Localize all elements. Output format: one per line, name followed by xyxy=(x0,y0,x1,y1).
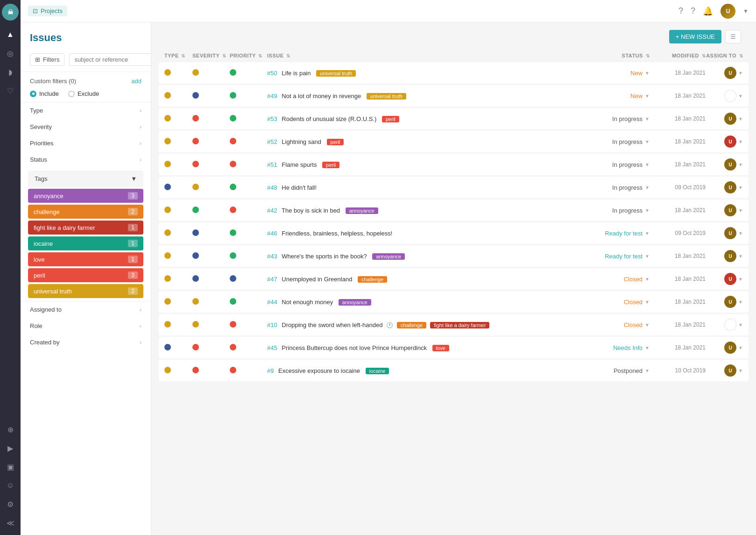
issue-status-cell[interactable]: In progress ▼ xyxy=(584,138,650,145)
issue-status-cell[interactable]: In progress ▼ xyxy=(584,161,650,168)
filter-type[interactable]: Type › xyxy=(21,102,151,119)
issue-status-cell[interactable]: Ready for test ▼ xyxy=(584,230,650,237)
sidebar-icon-timeline[interactable]: ◎ xyxy=(2,45,19,62)
issue-assign-cell[interactable]: U ▼ xyxy=(706,204,743,216)
issue-assign-cell[interactable]: U ▼ xyxy=(706,250,743,262)
table-row[interactable]: #42 The boy is sick in bed annoyance In … xyxy=(159,200,749,221)
add-filter-link[interactable]: add xyxy=(131,78,141,85)
sidebar-icon-settings[interactable]: ⚙ xyxy=(2,496,19,513)
issue-status-cell[interactable]: New ▼ xyxy=(584,70,650,77)
exclude-option[interactable]: Exclude xyxy=(68,90,99,97)
tag-love[interactable]: love 1 xyxy=(28,252,143,266)
col-header-severity[interactable]: SEVERITY ⇅ xyxy=(192,53,230,58)
status-chevron-icon[interactable]: ▼ xyxy=(645,322,650,328)
table-row[interactable]: #48 He didn't fall! In progress ▼ 09 Oct… xyxy=(159,177,749,198)
table-row[interactable]: #52 Lightning sand peril In progress ▼ 1… xyxy=(159,131,749,152)
issue-status-cell[interactable]: In progress ▼ xyxy=(584,115,650,122)
search-input[interactable] xyxy=(69,53,151,66)
sidebar-icon-pages[interactable]: ▣ xyxy=(2,458,19,475)
assign-chevron-icon[interactable]: ▼ xyxy=(738,162,743,167)
table-row[interactable]: #45 Princess Buttercup does not love Pri… xyxy=(159,337,749,358)
issue-status-cell[interactable]: In progress ▼ xyxy=(584,207,650,214)
issue-assign-cell[interactable]: ▼ xyxy=(706,90,743,102)
table-row[interactable]: #50 Life is pain universal truth New ▼ 1… xyxy=(159,62,749,84)
filter-severity[interactable]: Severity › xyxy=(21,119,151,135)
assign-chevron-icon[interactable]: ▼ xyxy=(738,231,743,236)
sidebar-icon-bookmark[interactable]: ♡ xyxy=(2,82,19,99)
table-row[interactable]: #53 Rodents of unusual size (R.O.U.S.) p… xyxy=(159,108,749,129)
user-chevron-icon[interactable]: ▼ xyxy=(743,8,749,14)
user-avatar[interactable]: U xyxy=(721,4,735,19)
assign-chevron-icon[interactable]: ▼ xyxy=(738,185,743,190)
assign-chevron-icon[interactable]: ▼ xyxy=(738,368,743,373)
status-chevron-icon[interactable]: ▼ xyxy=(645,208,650,213)
assign-chevron-icon[interactable]: ▼ xyxy=(738,300,743,305)
issue-status-cell[interactable]: Closed ▼ xyxy=(584,321,650,328)
sidebar-icon-home[interactable]: ▲ xyxy=(2,26,19,43)
assign-chevron-icon[interactable]: ▼ xyxy=(738,71,743,76)
help-circle-icon[interactable]: ? xyxy=(678,6,683,16)
tag-fight[interactable]: fight like a dairy farmer 1 xyxy=(28,221,143,235)
issue-assign-cell[interactable]: U ▼ xyxy=(706,364,743,377)
tag-annoyance[interactable]: annoyance 3 xyxy=(28,189,143,203)
issue-assign-cell[interactable]: U ▼ xyxy=(706,181,743,193)
issue-status-cell[interactable]: Postponed ▼ xyxy=(584,367,650,374)
tag-iocaine[interactable]: iocaine 1 xyxy=(28,236,143,250)
status-chevron-icon[interactable]: ▼ xyxy=(645,300,650,305)
issue-assign-cell[interactable]: U ▼ xyxy=(706,227,743,239)
status-chevron-icon[interactable]: ▼ xyxy=(645,277,650,282)
issue-assign-cell[interactable]: U ▼ xyxy=(706,113,743,125)
assign-chevron-icon[interactable]: ▼ xyxy=(738,93,743,99)
issue-assign-cell[interactable]: U ▼ xyxy=(706,136,743,148)
sidebar-icon-team[interactable]: ☺ xyxy=(2,477,19,494)
assign-chevron-icon[interactable]: ▼ xyxy=(738,116,743,121)
status-chevron-icon[interactable]: ▼ xyxy=(645,254,650,259)
table-row[interactable]: #49 Not a lot of money in revenge univer… xyxy=(159,85,749,107)
assign-chevron-icon[interactable]: ▼ xyxy=(738,208,743,213)
issue-status-cell[interactable]: Closed ▼ xyxy=(584,276,650,283)
new-issue-button[interactable]: + NEW ISSUE xyxy=(669,30,721,43)
notifications-icon[interactable]: 🔔 xyxy=(703,6,713,16)
sidebar-icon-search[interactable]: ⊕ xyxy=(2,421,19,438)
sidebar-icon-video[interactable]: ▶ xyxy=(2,440,19,457)
assign-chevron-icon[interactable]: ▼ xyxy=(738,139,743,144)
filter-status[interactable]: Status › xyxy=(21,151,151,168)
tag-challenge[interactable]: challenge 2 xyxy=(28,205,143,219)
assign-chevron-icon[interactable]: ▼ xyxy=(738,322,743,328)
issue-assign-cell[interactable]: U ▼ xyxy=(706,342,743,354)
sidebar-icon-issues[interactable]: ◗ xyxy=(2,64,19,80)
status-chevron-icon[interactable]: ▼ xyxy=(645,71,650,76)
filter-priorities[interactable]: Priorities › xyxy=(21,135,151,151)
filter-role[interactable]: Role › xyxy=(21,318,151,334)
group-button[interactable]: ☰ xyxy=(725,30,741,43)
issue-status-cell[interactable]: Needs Info ▼ xyxy=(584,344,650,351)
include-radio[interactable] xyxy=(30,91,36,97)
status-chevron-icon[interactable]: ▼ xyxy=(645,139,650,144)
table-row[interactable]: #43 Where's the sports in the book? anno… xyxy=(159,245,749,267)
status-chevron-icon[interactable]: ▼ xyxy=(645,368,650,373)
exclude-radio[interactable] xyxy=(68,91,75,97)
include-option[interactable]: Include xyxy=(30,90,59,97)
status-chevron-icon[interactable]: ▼ xyxy=(645,162,650,167)
assign-chevron-icon[interactable]: ▼ xyxy=(738,277,743,282)
status-chevron-icon[interactable]: ▼ xyxy=(645,185,650,190)
sidebar-icon-collapse[interactable]: ≪ xyxy=(2,514,19,531)
assign-chevron-icon[interactable]: ▼ xyxy=(738,254,743,259)
col-header-type[interactable]: TYPE ⇅ xyxy=(164,53,192,58)
status-chevron-icon[interactable]: ▼ xyxy=(645,231,650,236)
filters-button[interactable]: ⊞ Filters xyxy=(30,53,64,66)
tag-peril[interactable]: peril 3 xyxy=(28,268,143,282)
issue-assign-cell[interactable]: U ▼ xyxy=(706,158,743,171)
table-row[interactable]: #47 Unemployed in Greenland challenge Cl… xyxy=(159,268,749,290)
col-header-modified[interactable]: MODIFIED ⇅ xyxy=(650,53,706,58)
table-row[interactable]: #9 Excessive exposure to iocaine iocaine… xyxy=(159,360,749,381)
issue-status-cell[interactable]: Ready for test ▼ xyxy=(584,253,650,260)
issue-status-cell[interactable]: In progress ▼ xyxy=(584,184,650,191)
help-icon[interactable]: ? xyxy=(691,6,695,16)
col-header-assign[interactable]: ASSIGN TO ⇅ xyxy=(706,53,743,58)
issue-status-cell[interactable]: Closed ▼ xyxy=(584,299,650,306)
filter-assigned-to[interactable]: Assigned to › xyxy=(21,301,151,318)
table-row[interactable]: #10 Dropping the sword when left-handed … xyxy=(159,314,749,335)
col-header-priority[interactable]: PRIORITY ⇅ xyxy=(230,53,267,58)
table-row[interactable]: #46 Friendless, brainless, helpless, hop… xyxy=(159,222,749,244)
